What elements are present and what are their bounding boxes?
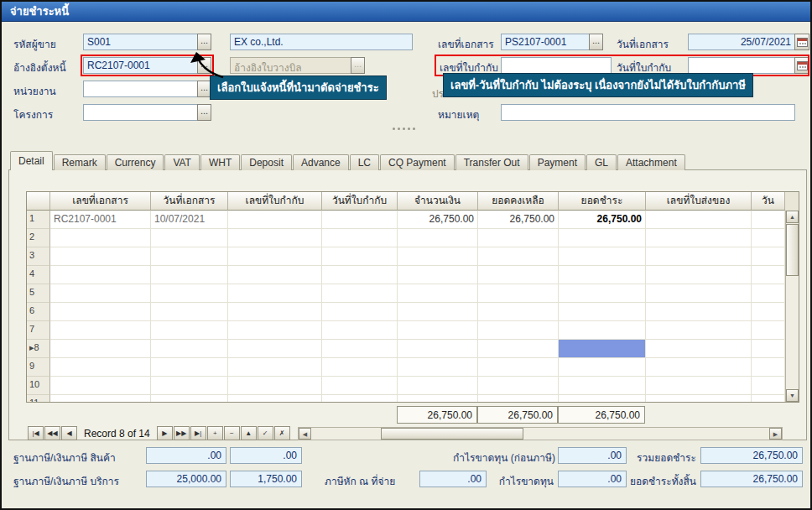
cell-delivery_no[interactable] bbox=[646, 303, 752, 321]
cell-paid[interactable] bbox=[559, 395, 646, 402]
cell-paid[interactable]: 26,750.00 bbox=[559, 211, 646, 229]
table-row[interactable]: 9 bbox=[27, 358, 799, 377]
total-payment-field[interactable]: 26,750.00 bbox=[700, 447, 803, 464]
cell-amount[interactable] bbox=[398, 358, 478, 377]
table-row[interactable]: 6 bbox=[27, 303, 799, 321]
col-header-balance[interactable]: ยอดคงเหลือ bbox=[478, 192, 559, 211]
cell-amount[interactable] bbox=[398, 266, 478, 284]
cell-amount[interactable] bbox=[398, 229, 478, 247]
grand-total-field[interactable]: 26,750.00 bbox=[700, 471, 803, 487]
cell-doc_no[interactable] bbox=[50, 395, 151, 402]
col-header-ship_date[interactable]: วัน bbox=[752, 192, 785, 211]
cell-amount[interactable] bbox=[398, 340, 478, 358]
cell-paid[interactable] bbox=[559, 303, 646, 321]
table-row[interactable]: 2 bbox=[27, 229, 799, 247]
cell-doc_date[interactable] bbox=[151, 229, 228, 247]
cell-inv_no[interactable] bbox=[228, 284, 322, 303]
cell-balance[interactable] bbox=[478, 229, 559, 247]
last-record-button[interactable]: ▶| bbox=[190, 426, 206, 440]
cell-doc_date[interactable] bbox=[151, 377, 228, 395]
cell-paid[interactable] bbox=[559, 321, 646, 340]
tab-attachment[interactable]: Attachment bbox=[617, 154, 685, 170]
tab-detail[interactable]: Detail bbox=[10, 151, 53, 170]
vertical-scroll-thumb[interactable] bbox=[786, 224, 799, 276]
cell-inv_no[interactable] bbox=[228, 377, 322, 395]
cell-ship_date[interactable] bbox=[752, 377, 785, 395]
cell-balance[interactable]: 26,750.00 bbox=[478, 211, 559, 229]
cell-doc_no[interactable] bbox=[50, 229, 151, 247]
cell-balance[interactable] bbox=[478, 395, 559, 402]
horizontal-scroll-thumb[interactable] bbox=[381, 428, 523, 440]
tax-invoice-date-picker-button[interactable] bbox=[794, 57, 809, 74]
prev-page-button[interactable]: ◀◀ bbox=[44, 426, 60, 440]
cell-paid[interactable] bbox=[559, 247, 646, 266]
cell-doc_no[interactable] bbox=[50, 340, 151, 358]
vendor-lookup-button[interactable] bbox=[197, 34, 211, 50]
cell-balance[interactable] bbox=[478, 303, 559, 321]
cell-doc_date[interactable] bbox=[151, 340, 228, 358]
cell-doc_no[interactable] bbox=[50, 247, 151, 266]
cell-ship_date[interactable] bbox=[752, 395, 785, 402]
col-header-paid[interactable]: ยอดชำระ bbox=[559, 192, 646, 211]
tab-wht[interactable]: WHT bbox=[200, 154, 240, 170]
cell-inv_no[interactable] bbox=[228, 358, 322, 377]
table-row[interactable]: 1RC2107-000110/07/202126,750.0026,750.00… bbox=[27, 211, 799, 229]
cell-amount[interactable] bbox=[398, 321, 478, 340]
tab-currency[interactable]: Currency bbox=[107, 154, 164, 170]
cell-doc_no[interactable] bbox=[50, 284, 151, 303]
tax-goods-vat-field[interactable]: .00 bbox=[230, 447, 302, 464]
tab-transfer-out[interactable]: Transfer Out bbox=[455, 154, 528, 170]
project-input[interactable] bbox=[83, 104, 198, 121]
cell-doc_no[interactable] bbox=[50, 266, 151, 284]
cell-balance[interactable] bbox=[478, 266, 559, 284]
col-header-doc_date[interactable]: วันที่เอกสาร bbox=[151, 192, 228, 211]
cancel-edit-button[interactable]: ✗ bbox=[274, 426, 290, 440]
cell-delivery_no[interactable] bbox=[646, 229, 752, 247]
tab-remark[interactable]: Remark bbox=[54, 154, 106, 170]
cell-balance[interactable] bbox=[478, 340, 559, 358]
cell-paid[interactable] bbox=[559, 358, 646, 377]
col-header-doc_no[interactable]: เลขที่เอกสาร bbox=[50, 192, 151, 211]
profit-before-tax-field[interactable]: .00 bbox=[558, 447, 627, 464]
cell-delivery_no[interactable] bbox=[646, 321, 752, 340]
tax-invoice-date-input[interactable] bbox=[688, 57, 795, 74]
cell-inv_date[interactable] bbox=[322, 211, 398, 229]
cell-amount[interactable]: 26,750.00 bbox=[398, 211, 478, 229]
cell-inv_no[interactable] bbox=[228, 211, 322, 229]
cell-balance[interactable] bbox=[478, 358, 559, 377]
cell-inv_date[interactable] bbox=[322, 266, 398, 284]
doc-date-picker-button[interactable] bbox=[794, 34, 809, 50]
cell-inv_no[interactable] bbox=[228, 395, 322, 402]
cell-doc_date[interactable] bbox=[151, 303, 228, 321]
tax-invoice-no-input[interactable] bbox=[501, 57, 612, 74]
cell-inv_date[interactable] bbox=[322, 284, 398, 303]
tax-service-vat-field[interactable]: 1,750.00 bbox=[230, 471, 302, 487]
vertical-scrollbar[interactable] bbox=[785, 211, 799, 402]
cell-delivery_no[interactable] bbox=[646, 266, 752, 284]
cell-paid[interactable] bbox=[559, 229, 646, 247]
cell-inv_no[interactable] bbox=[228, 340, 322, 358]
cell-amount[interactable] bbox=[398, 377, 478, 395]
cell-inv_date[interactable] bbox=[322, 247, 398, 266]
vendor-code-input[interactable]: S001 bbox=[83, 34, 198, 50]
cell-paid[interactable] bbox=[559, 284, 646, 303]
cell-inv_date[interactable] bbox=[322, 303, 398, 321]
tab-deposit[interactable]: Deposit bbox=[241, 154, 292, 170]
col-header-delivery_no[interactable]: เลขที่ใบส่งของ bbox=[646, 192, 752, 211]
tab-vat[interactable]: VAT bbox=[164, 154, 200, 170]
cell-delivery_no[interactable] bbox=[646, 395, 752, 402]
cell-inv_no[interactable] bbox=[228, 303, 322, 321]
cell-inv_date[interactable] bbox=[322, 377, 398, 395]
cell-delivery_no[interactable] bbox=[646, 377, 752, 395]
cell-ship_date[interactable] bbox=[752, 247, 785, 266]
horizontal-scrollbar[interactable] bbox=[298, 427, 783, 440]
splitter-grip[interactable] bbox=[393, 128, 415, 130]
cell-doc_no[interactable] bbox=[50, 321, 151, 340]
table-row[interactable]: 11 bbox=[27, 395, 799, 402]
scroll-down-icon[interactable] bbox=[786, 389, 799, 402]
tax-service-base-field[interactable]: 25,000.00 bbox=[146, 471, 226, 487]
cell-paid[interactable] bbox=[559, 340, 646, 358]
cell-ship_date[interactable] bbox=[752, 340, 785, 358]
cell-balance[interactable] bbox=[478, 377, 559, 395]
delete-record-button[interactable]: − bbox=[224, 426, 240, 440]
